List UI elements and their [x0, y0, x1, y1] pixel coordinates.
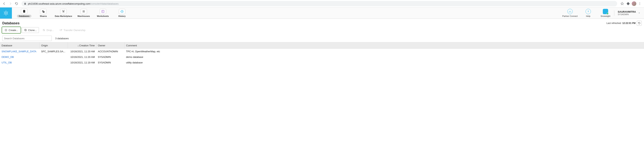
clone-label: Clone... — [28, 29, 37, 32]
database-link[interactable]: UTIL_DB — [2, 61, 12, 64]
plus-circle-icon — [4, 28, 8, 32]
col-database[interactable]: Database — [0, 42, 40, 49]
nav-label: Databases — [17, 15, 31, 18]
nav-databases[interactable]: Databases — [14, 8, 34, 18]
nav-snowsight[interactable]: Snowsight — [597, 8, 614, 18]
col-owner[interactable]: Owner — [96, 42, 124, 49]
history-icon — [119, 9, 125, 14]
cell-creation: 10/16/2021, 11:20 AM — [68, 54, 96, 60]
snowsight-icon — [603, 9, 608, 14]
svg-rect-18 — [84, 11, 84, 12]
nav-help[interactable]: ? Help — [580, 8, 597, 18]
cell-origin: SFC_SAMPLES.SA... — [40, 49, 68, 54]
nav-worksheets[interactable]: >_ Worksheets — [93, 8, 112, 18]
create-button[interactable]: Create... — [2, 27, 20, 33]
nav-label: Partner Connect — [562, 15, 578, 17]
svg-marker-28 — [639, 13, 640, 14]
svg-point-26 — [569, 12, 569, 12]
svg-rect-16 — [84, 10, 84, 11]
drop-label: Drop... — [46, 29, 54, 32]
svg-point-1 — [640, 2, 640, 3]
svg-point-27 — [571, 12, 571, 12]
svg-rect-19 — [84, 11, 84, 12]
svg-rect-21 — [84, 12, 84, 12]
nav-partner-connect[interactable]: Partner Connect — [560, 8, 580, 18]
nav-label: Help — [586, 15, 590, 17]
brand-logo[interactable] — [0, 8, 12, 18]
cell-comment: utility database — [124, 60, 644, 65]
help-icon: ? — [586, 9, 591, 14]
extensions-button[interactable] — [626, 1, 631, 6]
nav-history[interactable]: History — [112, 8, 132, 18]
table-row[interactable]: UTIL_DB 10/16/2021, 11:19 AM SYSADMIN ut… — [0, 60, 644, 65]
cell-owner: SYSADMIN — [96, 54, 124, 60]
svg-rect-7 — [6, 12, 8, 13]
nav-data-marketplace[interactable]: Data Marketplace — [53, 8, 74, 18]
database-icon — [21, 8, 28, 14]
col-origin[interactable]: Origin — [40, 42, 68, 49]
table-row[interactable]: DEMO_DB 10/16/2021, 11:20 AM SYSADMIN de… — [0, 54, 644, 60]
database-table: Database Origin ↓Creation Time Owner Com… — [0, 42, 644, 65]
partner-connect-icon — [567, 9, 573, 14]
search-input[interactable] — [2, 36, 52, 41]
nav-items-right: Partner Connect ? Help Snowsight SAURAVM… — [560, 8, 644, 18]
marketplace-icon — [60, 9, 67, 14]
page-subheader: Databases Last refreshed 12:22:01 PM — [0, 19, 644, 27]
svg-rect-20 — [82, 12, 83, 12]
refresh-button[interactable] — [637, 21, 642, 26]
svg-rect-33 — [24, 29, 26, 30]
nav-items-left: Databases Shares Data Marketplace Wareho… — [12, 8, 132, 18]
svg-rect-14 — [82, 10, 83, 11]
action-toolbar: Create... Clone... Drop... Transfer Owne… — [0, 27, 644, 35]
lock-icon — [24, 2, 26, 5]
nav-label: Warehouses — [78, 15, 90, 17]
clone-icon — [24, 28, 27, 32]
svg-point-3 — [640, 4, 640, 5]
nav-label: Shares — [40, 15, 47, 17]
transfer-ownership-button: Transfer Ownership — [58, 28, 88, 33]
kebab-menu-button[interactable] — [637, 1, 642, 6]
col-comment[interactable]: Comment — [124, 42, 644, 49]
drop-icon — [42, 28, 46, 32]
svg-rect-15 — [84, 10, 84, 11]
page-title: Databases — [2, 21, 20, 25]
browser-toolbar: ph21638.southeast-asia.azure.snowflakeco… — [0, 0, 644, 8]
nav-shares[interactable]: Shares — [34, 8, 53, 18]
database-link[interactable]: DEMO_DB — [2, 56, 14, 58]
svg-rect-8 — [4, 13, 5, 14]
app-nav: Databases Shares Data Marketplace Wareho… — [0, 8, 644, 19]
svg-text:>_: >_ — [102, 10, 104, 12]
svg-point-4 — [6, 13, 6, 14]
reload-button[interactable] — [14, 1, 19, 6]
create-label: Create... — [8, 29, 18, 32]
clone-button[interactable]: Clone... — [22, 27, 39, 33]
cell-creation: 10/16/2021, 11:19 AM — [68, 60, 96, 65]
nav-label: Worksheets — [97, 15, 109, 17]
svg-rect-22 — [84, 12, 84, 12]
account-menu[interactable]: SAURAVMITRA SYSADMIN — [614, 10, 642, 16]
cell-comment: TPC-H, OpenWeatherMap, etc — [124, 49, 644, 54]
bookmark-button[interactable] — [620, 1, 625, 6]
nav-warehouses[interactable]: Warehouses — [74, 8, 93, 18]
url-bar[interactable]: ph21638.southeast-asia.azure.snowflakeco… — [22, 1, 617, 6]
avatar[interactable] — [632, 1, 636, 6]
col-creation-time[interactable]: ↓Creation Time — [68, 42, 96, 49]
svg-line-35 — [43, 29, 45, 31]
url-host: ph21638.southeast-asia.azure.snowflakeco… — [28, 2, 90, 5]
svg-rect-17 — [82, 11, 83, 12]
sort-desc-icon: ↓ — [78, 44, 79, 47]
search-row: 3 databases — [0, 35, 644, 42]
shares-icon — [40, 9, 46, 14]
back-button[interactable] — [2, 1, 7, 6]
nav-label: Snowsight — [601, 15, 610, 17]
account-role: SYSADMIN — [618, 13, 636, 16]
cell-owner: SYSADMIN — [96, 60, 124, 65]
drop-button: Drop... — [40, 28, 56, 33]
last-refreshed-time: 12:22:01 PM — [622, 22, 636, 24]
account-name: SAURAVMITRA — [618, 10, 636, 14]
cell-comment: demo database — [124, 54, 644, 60]
forward-button[interactable] — [8, 1, 13, 6]
database-link[interactable]: SNOWFLAKE_SAMPLE_DATA — [2, 50, 36, 53]
svg-rect-5 — [6, 11, 6, 12]
table-row[interactable]: SNOWFLAKE_SAMPLE_DATA SFC_SAMPLES.SA... … — [0, 49, 644, 54]
